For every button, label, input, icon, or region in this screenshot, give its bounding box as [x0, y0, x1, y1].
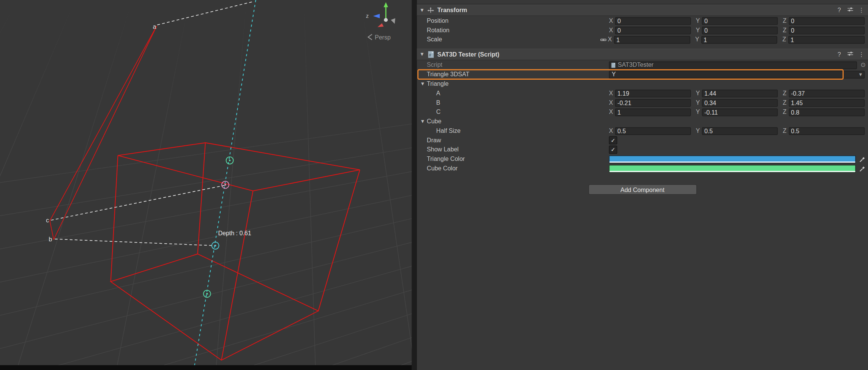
script-icon: #: [426, 50, 435, 58]
triangle-color-row: Triangle Color: [417, 154, 868, 164]
help-icon[interactable]: ?: [836, 6, 842, 14]
triangle-3dsat-dropdown[interactable]: Y ▾: [609, 71, 865, 78]
inspector-panel: ▼ Transform ? ⋮ Position X: [417, 0, 868, 370]
show-label-checkbox[interactable]: ✓: [609, 145, 617, 154]
sat3d-component-header[interactable]: ▼ # SAT3D Tester (Script) ? ⋮: [417, 49, 868, 60]
scale-label: Scale: [427, 36, 599, 43]
preset-icon[interactable]: [847, 6, 854, 14]
rotation-row: Rotation X Y Z: [417, 25, 868, 35]
cube-wireframe[interactable]: [111, 143, 360, 360]
axis-z-label: Z: [783, 127, 786, 134]
show-label-row: Show Label ✓: [417, 145, 868, 154]
triangle-c-row: C X Y Z: [417, 107, 868, 117]
axis-y-label: Y: [695, 36, 699, 43]
checkmark-icon: ✓: [611, 137, 615, 143]
cube-color-label: Cube Color: [427, 165, 609, 172]
scene-canvas: Depth : 0.61 a c b z Persp: [0, 0, 412, 370]
transform-icon: [426, 6, 435, 14]
add-component-area: Add Component: [417, 184, 868, 195]
position-y-field[interactable]: [702, 17, 778, 24]
axis-z-label: Z: [783, 99, 786, 106]
svg-text:#: #: [429, 53, 431, 57]
cube-color-row: Cube Color: [417, 164, 868, 173]
half-size-x-field[interactable]: [615, 127, 691, 135]
scene-bottom-edge: [0, 365, 412, 370]
kebab-menu-icon[interactable]: ⋮: [858, 6, 865, 14]
position-x-field[interactable]: [615, 17, 691, 24]
cube-color-swatch[interactable]: [609, 165, 856, 172]
vertex-c-label: c: [46, 217, 49, 224]
cube-group-label: Cube: [427, 118, 609, 125]
vertex-b-label: b: [49, 236, 52, 242]
triangle-a-y-field[interactable]: [702, 89, 778, 97]
triangle-color-swatch[interactable]: [609, 155, 856, 163]
script-object-field[interactable]: SAT3DTester: [609, 61, 857, 69]
checkmark-icon: ✓: [611, 147, 615, 153]
axis-x-label: X: [609, 127, 613, 134]
foldout-arrow-icon[interactable]: ▼: [420, 80, 427, 87]
depth-label: Depth : 0.61: [218, 230, 251, 236]
triangle-b-x-field[interactable]: [615, 99, 691, 106]
axis-z-label: Z: [783, 17, 786, 24]
scale-row: Scale X Y Z: [417, 35, 868, 44]
axis-x-label: X: [609, 90, 613, 97]
triangle-a-z-field[interactable]: [789, 89, 865, 97]
rotation-z-field[interactable]: [789, 26, 865, 34]
help-icon[interactable]: ?: [836, 51, 842, 58]
triangle-a-row: A X Y Z: [417, 88, 868, 98]
eyedropper-icon[interactable]: [859, 165, 866, 172]
position-z-field[interactable]: [789, 17, 865, 24]
script-value: SAT3DTester: [618, 61, 653, 69]
axis-z-label: Z: [783, 27, 786, 34]
draw-checkbox[interactable]: ✓: [609, 136, 617, 145]
axis-y-label: Y: [696, 90, 700, 97]
panel-splitter[interactable]: [412, 0, 417, 370]
object-picker-icon[interactable]: ⊙: [859, 61, 867, 69]
triangle-c-y-field[interactable]: [702, 108, 778, 116]
unity-editor-window: Depth : 0.61 a c b z Persp ▼: [0, 0, 868, 370]
triangle-a-x-field[interactable]: [615, 89, 691, 97]
axis-z-label: Z: [783, 90, 786, 97]
eyedropper-icon[interactable]: [859, 156, 866, 162]
inspector-top-strip: [417, 0, 868, 5]
axis-z-label: Z: [783, 109, 786, 116]
position-row: Position X Y Z: [417, 16, 868, 25]
axis-x-label: X: [609, 109, 613, 116]
sat3d-title: SAT3D Tester (Script): [437, 51, 499, 58]
gizmo-z-label: z: [366, 13, 369, 19]
axis-y-label: Y: [696, 109, 700, 116]
triangle-c-z-field[interactable]: [789, 108, 865, 116]
gizmo-center-handle[interactable]: [384, 18, 388, 22]
transform-component-header[interactable]: ▼ Transform ? ⋮: [417, 5, 868, 16]
triangle-b-z-field[interactable]: [789, 99, 865, 106]
triangle-b-y-field[interactable]: [702, 99, 778, 106]
alpha-strip: [609, 161, 855, 162]
axis-z-label: Z: [783, 36, 786, 43]
rotation-y-field[interactable]: [702, 26, 778, 34]
projection-marker-3[interactable]: [212, 242, 219, 249]
scale-x-field[interactable]: [614, 36, 690, 43]
add-component-button[interactable]: Add Component: [588, 184, 697, 195]
triangle-a-label: A: [427, 90, 609, 97]
half-size-y-field[interactable]: [702, 127, 778, 135]
half-size-label: Half Size: [427, 127, 609, 134]
triangle-foldout-row[interactable]: ▼ Triangle: [417, 79, 868, 88]
half-size-z-field[interactable]: [789, 127, 865, 135]
kebab-menu-icon[interactable]: ⋮: [858, 51, 865, 58]
preset-icon[interactable]: [847, 50, 854, 59]
foldout-arrow-icon[interactable]: ▼: [420, 51, 426, 58]
scene-view[interactable]: Depth : 0.61 a c b z Persp: [0, 0, 412, 370]
show-label-label: Show Label: [427, 146, 609, 153]
component-gap: [417, 44, 868, 49]
foldout-arrow-icon[interactable]: ▼: [420, 118, 427, 125]
axis-y-label: Y: [696, 27, 700, 34]
foldout-arrow-icon[interactable]: ▼: [420, 6, 426, 14]
scale-link-icon[interactable]: [599, 36, 608, 43]
persp-label[interactable]: Persp: [375, 34, 391, 41]
rotation-x-field[interactable]: [615, 26, 691, 34]
scale-y-field[interactable]: [701, 36, 777, 43]
grid-distance-fade: [0, 0, 412, 166]
triangle-c-x-field[interactable]: [615, 108, 691, 116]
cube-foldout-row[interactable]: ▼ Cube: [417, 117, 868, 126]
scale-z-field[interactable]: [788, 36, 865, 43]
